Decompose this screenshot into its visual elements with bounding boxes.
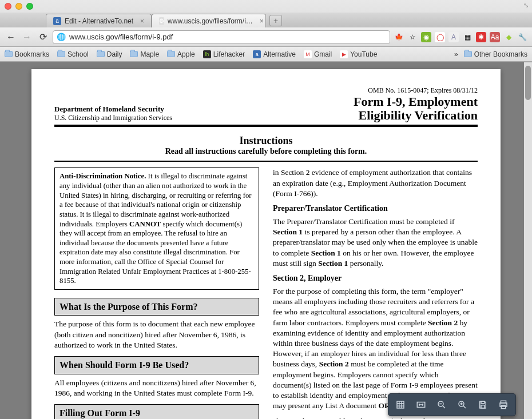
other-bookmarks[interactable]: Other Bookmarks: [464, 50, 527, 58]
folder-icon: [57, 51, 65, 57]
rc-p3: For the purpose of completing this form,…: [273, 286, 478, 412]
ext-grid-icon[interactable]: ▦: [462, 32, 473, 42]
rc-p4: If an employee is unable to documents), …: [273, 416, 478, 419]
tab-label: Edit - AlternativeTo.net: [65, 17, 133, 25]
globe-icon: 🌐: [57, 33, 66, 41]
section-when-body: All employees (citizens and noncitizens)…: [54, 378, 259, 398]
scroll-thumb[interactable]: [525, 66, 531, 100]
notice-lead: Anti-Discrimination Notice.: [59, 172, 146, 180]
instructions-sub: Read all instructions carefully before c…: [54, 147, 478, 156]
section-when-title: When Should Form I-9 Be Used?: [54, 356, 259, 374]
bookmark-gmail[interactable]: MGmail: [304, 50, 332, 58]
site-icon: ▶: [340, 50, 348, 58]
new-tab-button[interactable]: +: [269, 15, 282, 26]
close-tab-icon[interactable]: ×: [260, 17, 264, 25]
bookmark-label: Maple: [140, 50, 159, 58]
svg-rect-5: [481, 405, 485, 408]
bookmark-label: School: [68, 50, 89, 58]
omb-number: OMB No. 1615-0047; Expires 08/31/12: [354, 86, 478, 95]
resize-handle-icon: ⤡: [523, 2, 529, 9]
extension-icons: 🍁☆◉◯A▦✱Aa◆🔧: [394, 32, 527, 42]
ext-diamond-icon[interactable]: ◆: [503, 32, 514, 42]
other-bookmarks-label: Other Bookmarks: [474, 50, 527, 58]
anti-discrimination-notice: Anti-Discrimination Notice. It is illega…: [54, 167, 259, 290]
forward-button[interactable]: →: [21, 31, 33, 43]
zoom-in-button[interactable]: [454, 396, 471, 413]
section-purpose-title: What Is the Purpose of This Form?: [54, 298, 259, 316]
star-icon[interactable]: ☆: [407, 32, 418, 42]
ext-green-icon[interactable]: ◉: [421, 32, 431, 42]
pdf-toolbar: [388, 393, 516, 416]
bookmark-label: Apple: [177, 50, 195, 58]
site-icon: a: [253, 50, 261, 58]
bookmark-label: Lifehacker: [213, 50, 245, 58]
tab-0[interactable]: aEdit - AlternativeTo.net×: [46, 14, 152, 27]
folder-icon: [97, 51, 105, 57]
instructions-heading: Instructions: [54, 135, 478, 147]
fit-width-button[interactable]: [412, 396, 430, 413]
bookmark-label: Alternative: [263, 50, 296, 58]
fit-page-button[interactable]: [392, 396, 409, 413]
rc-p1: in Section 2 evidence of employment auth…: [273, 167, 478, 199]
notice-body2: specify which document(s) they will acce…: [59, 220, 251, 285]
pdf-viewport[interactable]: Department of Homeland Security U.S. Cit…: [0, 62, 532, 419]
bookmark-label: Daily: [107, 50, 122, 58]
zoom-out-button[interactable]: [433, 396, 450, 413]
section-purpose-body: The purpose of this form is to document …: [54, 319, 259, 350]
ext-aa-icon[interactable]: Aa: [490, 32, 500, 42]
bookmark-apple[interactable]: Apple: [167, 50, 195, 58]
favicon-icon: a: [53, 17, 61, 25]
ext-a-icon[interactable]: A: [448, 32, 459, 42]
bookmark-lifehacker[interactable]: lhLifehacker: [203, 50, 245, 58]
tab-label: www.uscis.gov/files/form/i…: [168, 17, 253, 25]
svg-rect-0: [397, 401, 404, 408]
favicon-icon: ⚙: [159, 17, 164, 25]
notice-cannot: CANNOT: [129, 220, 161, 228]
pdf-page: Department of Homeland Security U.S. Cit…: [31, 69, 501, 419]
site-icon: M: [304, 50, 312, 58]
bookmark-label: Gmail: [314, 50, 332, 58]
dept-name: Department of Homeland Security: [54, 105, 172, 114]
bookmark-bookmarks[interactable]: Bookmarks: [5, 50, 49, 58]
print-button[interactable]: [495, 396, 512, 413]
save-button[interactable]: [474, 396, 491, 413]
folder-icon: [167, 51, 175, 57]
site-icon: lh: [203, 50, 211, 58]
bookmark-label: YouTube: [350, 50, 377, 58]
rc-h2: Section 2, Employer: [273, 273, 478, 284]
minimize-window-button[interactable]: [15, 3, 22, 10]
tab-1[interactable]: ⚙www.uscis.gov/files/form/i…×: [152, 14, 266, 27]
reload-button[interactable]: ⟳: [37, 31, 49, 43]
bookmark-school[interactable]: School: [57, 50, 89, 58]
svg-rect-4: [481, 401, 485, 404]
rc-h1: Preparer/Translator Certification: [273, 203, 478, 214]
form-title-line1: Form I-9, Employment: [354, 95, 478, 109]
bookmark-alternative[interactable]: aAlternative: [253, 50, 296, 58]
agency-name: U.S. Citizenship and Immigration Service…: [54, 114, 172, 122]
tab-strip: aEdit - AlternativeTo.net×⚙www.uscis.gov…: [0, 13, 532, 27]
back-button[interactable]: ←: [5, 31, 17, 43]
folder-icon: [5, 51, 13, 57]
flag-icon[interactable]: 🍁: [394, 32, 404, 42]
address-bar[interactable]: 🌐: [53, 30, 390, 44]
vertical-scrollbar[interactable]: [524, 62, 532, 419]
bookmark-daily[interactable]: Daily: [97, 50, 122, 58]
zoom-window-button[interactable]: [26, 3, 33, 10]
bookmark-youtube[interactable]: ▶YouTube: [340, 50, 377, 58]
bookmark-maple[interactable]: Maple: [130, 50, 159, 58]
url-input[interactable]: [69, 33, 386, 41]
ext-stop-icon[interactable]: ◯: [435, 32, 445, 42]
rc-p2: The Preparer/Translator Certification mu…: [273, 217, 478, 269]
form-title-line2: Eligibility Verification: [354, 109, 478, 122]
ext-red-icon[interactable]: ✱: [476, 32, 486, 42]
folder-icon: [464, 51, 472, 57]
close-tab-icon[interactable]: ×: [140, 17, 144, 25]
bookmarks-overflow[interactable]: »: [454, 50, 458, 58]
bookmark-label: Bookmarks: [15, 50, 49, 58]
section-filling-title: Filling Out Form I-9: [54, 404, 259, 419]
folder-icon: [130, 51, 138, 57]
wrench-icon[interactable]: 🔧: [517, 32, 527, 42]
close-window-button[interactable]: [5, 3, 11, 10]
